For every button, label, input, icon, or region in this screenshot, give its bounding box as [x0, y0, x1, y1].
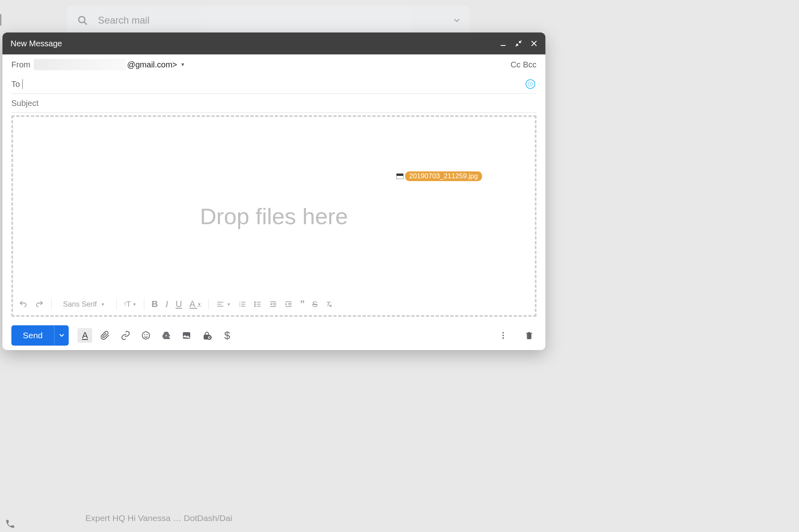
bullet-list-button[interactable]: [254, 300, 262, 308]
subject-input[interactable]: [11, 99, 536, 108]
from-suffix: @gmail.com>: [127, 60, 177, 69]
insert-link-button[interactable]: [118, 331, 133, 340]
to-label: To: [11, 80, 20, 89]
formatting-options-button[interactable]: A: [78, 328, 92, 343]
insert-emoji-button[interactable]: [139, 331, 153, 340]
text-color-button[interactable]: A ▼: [189, 299, 201, 309]
svg-point-20: [254, 302, 256, 303]
svg-point-0: [79, 17, 85, 23]
underline-button[interactable]: U: [176, 299, 182, 309]
from-dropdown-icon[interactable]: ▼: [180, 62, 185, 67]
compose-title: New Message: [11, 39, 62, 48]
indent-more-button[interactable]: [284, 300, 293, 308]
chevron-down-icon: [59, 334, 64, 337]
numbered-list-button[interactable]: 123: [238, 300, 246, 308]
send-options-button[interactable]: [54, 325, 69, 346]
from-address-redacted: [34, 59, 126, 70]
italic-button[interactable]: I: [165, 299, 168, 309]
from-field[interactable]: From @gmail.com> ▼ Cc Bcc: [11, 54, 536, 75]
gmail-logo-fragment: ail: [0, 12, 2, 29]
insert-drive-button[interactable]: [159, 331, 174, 340]
compose-dialog: New Message From @gmail.com> ▼ Cc Bcc To: [2, 32, 545, 350]
svg-point-42: [502, 337, 504, 339]
background-inbox-row: Expert HQ Hi Vanessa … DotDash/Dai: [85, 513, 232, 523]
discard-draft-button[interactable]: [522, 331, 536, 340]
file-thumbnail-icon: [396, 173, 404, 179]
remove-formatting-button[interactable]: [325, 300, 333, 308]
compose-titlebar[interactable]: New Message: [2, 32, 545, 54]
dropzone[interactable]: Drop files here 20190703_211259.jpg Sans…: [11, 115, 536, 317]
search-icon: [77, 15, 88, 26]
svg-point-41: [502, 335, 504, 336]
dragged-file-chip[interactable]: 20190703_211259.jpg: [396, 171, 482, 181]
compose-bottom-toolbar: Send A $: [2, 321, 545, 350]
cc-button[interactable]: Cc: [510, 60, 520, 69]
font-selector[interactable]: Sans Serif▼: [59, 300, 109, 309]
svg-point-34: [145, 335, 145, 335]
dragged-filename: 20190703_211259.jpg: [405, 171, 482, 181]
redo-button[interactable]: [35, 300, 44, 309]
insert-photo-button[interactable]: [179, 331, 194, 340]
svg-line-1: [85, 22, 87, 25]
svg-text:3: 3: [239, 305, 240, 307]
svg-point-35: [147, 335, 148, 335]
bcc-button[interactable]: Bcc: [523, 60, 536, 69]
attach-file-button[interactable]: [98, 331, 113, 340]
align-button[interactable]: ▼: [216, 300, 230, 309]
svg-point-40: [502, 332, 504, 334]
exit-fullscreen-icon[interactable]: [515, 40, 522, 47]
more-options-button[interactable]: [496, 331, 510, 340]
dropzone-label: Drop files here: [200, 203, 348, 229]
from-label: From: [11, 60, 30, 69]
font-size-button[interactable]: TT ▼: [124, 300, 137, 309]
search-bar[interactable]: Search mail: [67, 6, 469, 35]
bold-button[interactable]: B: [152, 299, 158, 309]
strikethrough-button[interactable]: S: [312, 300, 317, 309]
svg-point-22: [254, 306, 256, 307]
phone-icon[interactable]: [5, 519, 15, 532]
confidential-mode-button[interactable]: [200, 331, 214, 340]
svg-point-21: [254, 304, 256, 305]
schedule-send-icon[interactable]: [525, 79, 535, 89]
close-icon[interactable]: [531, 40, 537, 47]
svg-point-33: [142, 332, 150, 339]
undo-button[interactable]: [19, 300, 28, 309]
search-options-dropdown-icon[interactable]: [454, 19, 460, 22]
send-button[interactable]: Send: [11, 325, 54, 346]
text-cursor: [22, 79, 23, 89]
indent-less-button[interactable]: [269, 300, 277, 308]
send-money-button[interactable]: $: [220, 329, 234, 342]
minimize-icon[interactable]: [500, 40, 506, 47]
formatting-toolbar: Sans Serif▼ TT ▼ B I U A ▼ ▼ 123 ” S: [13, 293, 375, 315]
search-placeholder: Search mail: [98, 15, 150, 26]
subject-field[interactable]: [11, 94, 536, 112]
to-field[interactable]: To: [11, 75, 536, 93]
quote-button[interactable]: ”: [300, 298, 305, 310]
